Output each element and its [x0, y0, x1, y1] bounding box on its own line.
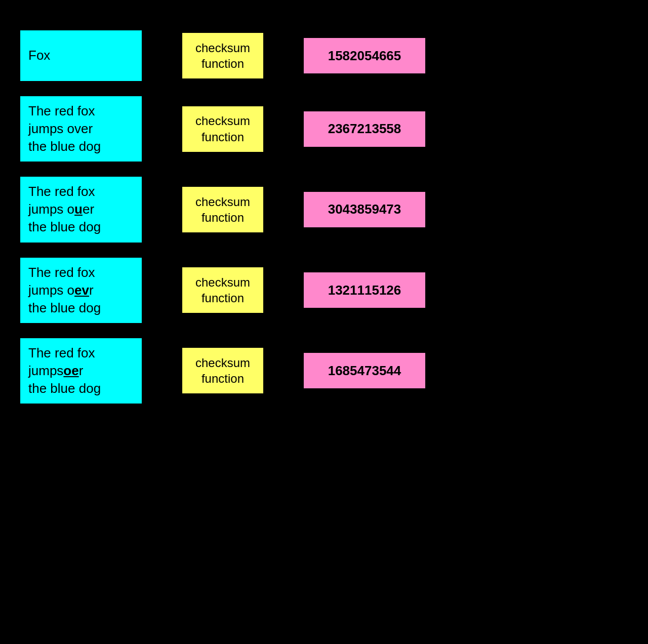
row-2: The red foxjumps overthe blue dog checks…: [20, 96, 425, 162]
output-value-5: 1685473544: [328, 363, 401, 379]
output-box-2: 2367213558: [304, 111, 425, 147]
output-box-1: 1582054665: [304, 38, 425, 73]
output-value-2: 2367213558: [328, 121, 401, 137]
input-box-5: The red foxjumpsoerthe blue dog: [20, 338, 142, 404]
function-label-1: checksumfunction: [195, 40, 250, 71]
output-box-4: 1321115126: [304, 272, 425, 308]
function-box-5: checksumfunction: [182, 348, 263, 393]
function-label-2: checksumfunction: [195, 113, 250, 144]
function-label-3: checksumfunction: [195, 194, 250, 225]
output-box-3: 3043859473: [304, 192, 425, 227]
row-1: Fox checksumfunction 1582054665: [20, 30, 425, 81]
input-text-3: The red foxjumps ouerthe blue dog: [28, 183, 101, 236]
row-3: The red foxjumps ouerthe blue dog checks…: [20, 177, 425, 242]
function-label-4: checksumfunction: [195, 274, 250, 306]
input-text-1: Fox: [28, 47, 50, 64]
output-box-5: 1685473544: [304, 353, 425, 388]
function-box-3: checksumfunction: [182, 187, 263, 232]
input-box-3: The red foxjumps ouerthe blue dog: [20, 177, 142, 242]
input-text-5: The red foxjumpsoerthe blue dog: [28, 344, 101, 397]
function-box-1: checksumfunction: [182, 33, 263, 78]
output-value-3: 3043859473: [328, 202, 401, 217]
input-box-2: The red foxjumps overthe blue dog: [20, 96, 142, 162]
function-label-5: checksumfunction: [195, 355, 250, 386]
function-box-4: checksumfunction: [182, 267, 263, 313]
row-5: The red foxjumpsoerthe blue dog checksum…: [20, 338, 425, 404]
row-4: The red foxjumps oevrthe blue dog checks…: [20, 258, 425, 323]
output-value-4: 1321115126: [328, 283, 401, 298]
input-text-2: The red foxjumps overthe blue dog: [28, 102, 101, 155]
input-text-4: The red foxjumps oevrthe blue dog: [28, 264, 101, 317]
input-box-4: The red foxjumps oevrthe blue dog: [20, 258, 142, 323]
output-value-1: 1582054665: [328, 48, 401, 64]
function-box-2: checksumfunction: [182, 106, 263, 152]
input-box-1: Fox: [20, 30, 142, 81]
